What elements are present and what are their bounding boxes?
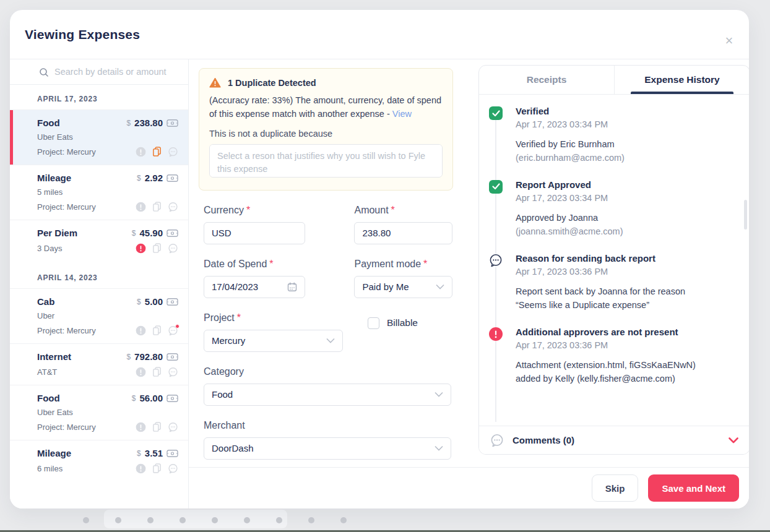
chevron-down-icon [436,284,444,290]
card-payment-icon [167,394,178,403]
view-duplicate-link[interactable]: View [392,109,412,119]
payment-mode-label: Payment mode* [354,259,452,270]
expense-list-sidebar: APRIL 17, 2023 Food $ 238.80 Uber Eats P… [10,59,189,508]
expense-project: Project: Mercury [37,423,96,432]
currency-symbol: $ [132,229,136,238]
expense-row-internet-79280[interactable]: Internet $ 792.80 AT&T [10,343,188,385]
receipts-history-card: Receipts Expense History Verified Apr 17… [478,65,749,455]
search-input[interactable] [54,67,184,77]
comment-icon [168,243,178,254]
comment-icon [168,463,178,474]
card-payment-icon [167,449,178,458]
comments-label: Comments (0) [513,435,574,445]
amount-field[interactable] [354,222,452,244]
event-title: Report Approved [516,179,623,190]
currency-symbol: $ [137,449,141,458]
event-title: Verified [516,106,625,116]
approved-check-icon [489,180,503,194]
history-event-sent-back: Reason for sending back report Apr 17, 2… [489,253,740,312]
expense-row-food-5600[interactable]: Food $ 56.00 Uber Eats Project: Mercury [10,385,188,440]
scrollbar-thumb[interactable] [744,200,747,230]
date-group-header: APRIL 14, 2023 [10,261,188,288]
amount-label: Amount* [354,205,452,216]
currency-field[interactable] [204,222,305,244]
expense-subtitle: 3 Days [37,244,62,253]
card-payment-icon [167,174,178,182]
event-detail: (joanna.smith@acme.com) [516,225,623,238]
expense-title: Per Diem [37,228,77,238]
expense-row-perdiem-4590[interactable]: Per Diem $ 45.90 3 Days [10,220,188,261]
tab-bar: Receipts Expense History [479,66,749,95]
close-icon[interactable]: × [719,31,739,51]
expense-title: Food [37,393,60,403]
save-and-next-button[interactable]: Save and Next [648,474,739,502]
expense-title: Cab [37,296,54,307]
event-detail: (eric.burnham@acme.com) [516,151,625,165]
merchant-select[interactable]: DoorDash [204,437,451,460]
comments-section[interactable]: Comments (0) [479,426,749,454]
expense-row-food-238[interactable]: Food $ 238.80 Uber Eats Project: Mercury [10,109,188,165]
project-select[interactable]: Mercury [204,330,343,352]
event-detail: Approved by Joanna [516,211,623,225]
expense-amount: 45.90 [139,228,163,238]
tab-receipts[interactable]: Receipts [479,66,615,94]
duplicate-icon [152,325,162,336]
comments-expand-chevron-icon[interactable] [729,437,738,444]
currency-label: Currency* [204,205,305,216]
date-of-spend-label: Date of Spend* [204,259,305,270]
chevron-down-icon [435,445,443,451]
currency-symbol: $ [126,353,131,361]
unread-badge [175,324,180,328]
expense-row-mileage-292[interactable]: Mileage $ 2.92 5 miles Project: Mercury [10,165,188,220]
chevron-down-icon [435,392,443,397]
tab-expense-history[interactable]: Expense History [615,66,749,94]
duplicate-icon [152,201,162,212]
event-detail: “Seems like a Duplicate expense” [516,298,685,312]
expense-row-mileage-351[interactable]: Mileage $ 3.51 6 miles [10,440,188,481]
comments-icon [490,434,504,447]
duplicate-reason-input[interactable] [209,144,443,178]
card-payment-icon [167,298,178,306]
policy-alert-icon [136,325,146,336]
policy-alert-icon [136,367,146,377]
expense-subtitle: Uber Eats [37,132,73,142]
date-group-header: APRIL 17, 2023 [10,85,188,109]
expense-title: Mileage [37,448,71,458]
event-title: Reason for sending back report [516,253,685,264]
expense-subtitle: AT&T [37,367,57,377]
history-column: Receipts Expense History Verified Apr 17… [469,59,749,467]
banner-title: 1 Duplicate Detected [228,78,316,88]
error-alert-icon [489,327,503,341]
payment-mode-select[interactable]: Paid by Me [354,276,452,298]
history-event-report-approved: Report Approved Apr 17, 2023 03:34 PM Ap… [489,179,740,239]
expense-amount: 3.51 [145,448,163,458]
merchant-label: Merchant [204,420,451,431]
expense-row-cab-500[interactable]: Cab $ 5.00 Uber Project: Mercury [10,288,188,343]
event-title: Additional approvers are not present [516,327,696,337]
expense-subtitle: Uber [37,311,54,320]
chevron-down-icon [326,338,335,343]
expense-amount: 5.00 [145,296,163,307]
duplicate-icon [152,242,162,254]
search-icon [39,67,49,77]
expense-title: Food [37,118,60,128]
event-detail: Report sent back by Joanna for the reaso… [516,285,685,298]
currency-symbol: $ [132,394,136,403]
billable-checkbox[interactable] [368,317,379,329]
comment-icon [168,147,178,157]
category-select[interactable]: Food [204,384,451,406]
skip-button[interactable]: Skip [592,474,639,502]
duplicate-icon [152,463,162,474]
expense-project: Project: Mercury [37,326,96,335]
expense-title: Mileage [37,173,71,183]
expense-subtitle: 6 miles [37,464,63,473]
event-detail: added by Kelly (kelly.fisher@acme.com) [516,372,696,385]
expense-subtitle: Uber Eats [37,408,73,417]
event-timestamp: Apr 17, 2023 03:34 PM [516,119,625,129]
event-detail: Attachment (extension.html, fiGSsKaaENwN… [516,358,696,372]
event-timestamp: Apr 17, 2023 03:36 PM [516,267,685,277]
currency-symbol: $ [126,119,131,127]
comment-icon [168,202,178,212]
expense-subtitle: 5 miles [37,187,63,197]
date-of-spend-field[interactable]: 17/04/2023 [204,276,305,298]
